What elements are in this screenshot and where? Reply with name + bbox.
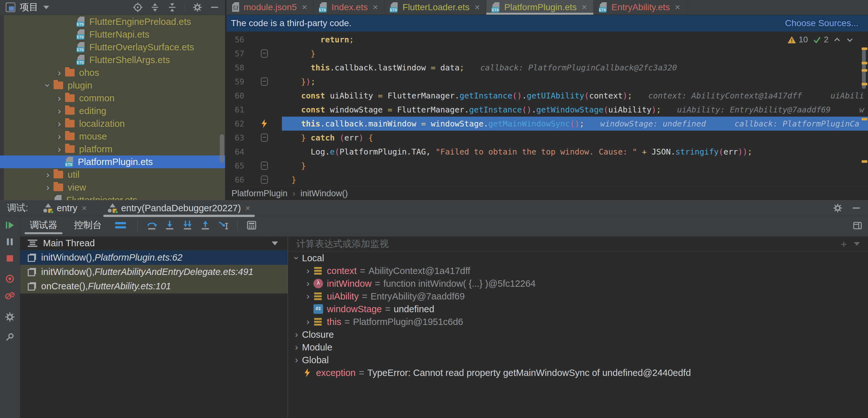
collapse-all-icon[interactable]	[167, 3, 177, 12]
threads-view-icon[interactable]	[115, 221, 126, 230]
tab-module-json5[interactable]: module.json5	[226, 0, 314, 15]
error-stripe-mark[interactable]	[862, 47, 867, 50]
error-stripe-mark[interactable]	[862, 118, 867, 120]
code-line-62[interactable]: 62 this.callback.mainWindow = windowStag…	[226, 116, 868, 131]
prev-problem-icon[interactable]	[833, 36, 841, 44]
gear-icon[interactable]	[833, 203, 842, 213]
chevron-collapsed-icon[interactable]: ›	[54, 131, 65, 142]
step-into-button[interactable]	[164, 220, 175, 231]
tree-item-flutternapi-ets[interactable]: FlutterNapi.ets	[0, 28, 225, 41]
chevron-collapsed-icon[interactable]: ›	[54, 143, 65, 155]
variables-group-module[interactable]: ›Module	[288, 341, 868, 354]
error-stripe-mark[interactable]	[862, 62, 867, 64]
tree-item-flutterinjector-ets[interactable]: FlutterInjector.ets	[0, 194, 225, 200]
error-stripe-mark[interactable]	[862, 160, 867, 163]
tree-item-util[interactable]: ›util	[0, 168, 225, 181]
tab-index-ets[interactable]: Index.ets	[314, 0, 385, 15]
gutter[interactable]: 66	[226, 173, 282, 186]
code-line-61[interactable]: 61 const windowStage = FlutterManager.ge…	[226, 103, 868, 116]
gutter[interactable]: 60	[226, 89, 282, 103]
chevron-collapsed-icon[interactable]: ›	[54, 67, 65, 78]
close-icon[interactable]	[245, 203, 250, 213]
chevron-collapsed-icon[interactable]: ›	[54, 105, 65, 116]
pin-tab-icon[interactable]	[5, 332, 15, 343]
tree-item-platformplugin-ets[interactable]: PlatformPlugin.ets	[0, 155, 225, 168]
variable-row-uiAbility[interactable]: ›uiAbility=EntryAbility@7aaddf69	[288, 290, 868, 303]
variable-row-this[interactable]: ›this=PlatformPlugin@1951c6d6	[288, 315, 868, 328]
tree-item-view[interactable]: ›view	[0, 181, 225, 194]
chevron-expanded-icon[interactable]: ›	[42, 80, 54, 91]
gutter[interactable]: 57	[226, 46, 282, 61]
code-line-65[interactable]: 65 }	[226, 159, 868, 173]
gutter[interactable]: 62	[226, 116, 282, 131]
chevron-collapsed-icon[interactable]: ›	[54, 118, 65, 129]
gutter[interactable]: 59	[226, 75, 282, 89]
mute-breakpoints-button[interactable]	[5, 291, 15, 301]
chevron-collapsed-icon[interactable]: ›	[291, 342, 302, 352]
gutter[interactable]: 65	[226, 159, 282, 173]
tab-platformplugin-ets[interactable]: PlatformPlugin.ets	[486, 0, 593, 15]
tree-item-common[interactable]: ›common	[0, 92, 225, 104]
tree-item-ohos[interactable]: ›ohos	[0, 66, 225, 79]
variable-row-windowStage[interactable]: ›windowStage=undefined	[288, 303, 868, 315]
watch-input[interactable]: 计算表达式或添加监视 +	[288, 236, 868, 252]
code-line-58[interactable]: 58 this.callback.lastWindow = data;callb…	[226, 61, 868, 75]
tree-item-plugin[interactable]: ›plugin	[0, 79, 225, 92]
chevron-collapsed-icon[interactable]: ›	[42, 182, 54, 193]
chevron-collapsed-icon[interactable]: ›	[303, 266, 313, 276]
layout-settings-icon[interactable]	[853, 221, 862, 230]
view-tab-控制台[interactable]: 控制台	[67, 216, 109, 234]
step-out-button[interactable]	[200, 220, 211, 231]
chevron-collapsed-icon[interactable]: ›	[303, 291, 313, 302]
code-line-63[interactable]: 63 } catch (err) {	[226, 131, 868, 145]
session-tab-entry-pandadebugger20227-[interactable]: entry(PandaDebugger20227)	[102, 200, 256, 216]
variable-row-initWindow[interactable]: ›initWindow=function initWindow( {...} )…	[288, 277, 868, 290]
view-breakpoints-button[interactable]	[5, 274, 15, 284]
evaluate-expression-button[interactable]	[246, 220, 257, 231]
breadcrumb-item[interactable]: PlatformPlugin	[231, 188, 288, 199]
fold-marker-icon[interactable]	[261, 162, 268, 170]
tab-flutterloader-ets[interactable]: FlutterLoader.ets	[384, 0, 486, 15]
view-tab-调试器[interactable]: 调试器	[23, 216, 64, 234]
tree-item-mouse[interactable]: ›mouse	[0, 130, 225, 143]
error-stripe-mark[interactable]	[862, 69, 867, 72]
close-icon[interactable]	[674, 2, 681, 12]
chevron-collapsed-icon[interactable]: ›	[42, 169, 54, 180]
variable-row-context[interactable]: ›context=AbilityContext@1a417dff	[288, 265, 868, 277]
code-area[interactable]: 56 return;57 }58 this.callback.lastWindo…	[226, 32, 868, 186]
step-over-button[interactable]	[146, 220, 157, 231]
close-icon[interactable]	[82, 203, 87, 213]
code-line-59[interactable]: 59 });	[226, 75, 868, 89]
stop-button[interactable]	[5, 253, 15, 264]
chevron-down-icon[interactable]	[43, 6, 49, 9]
tab-entryability-ets[interactable]: EntryAbility.ets	[594, 0, 687, 15]
fold-marker-icon[interactable]	[261, 134, 268, 142]
chevron-down-icon[interactable]	[854, 242, 860, 246]
chevron-collapsed-icon[interactable]: ›	[291, 355, 302, 365]
breadcrumb-item[interactable]: initWindow()	[300, 188, 348, 199]
close-icon[interactable]	[581, 2, 588, 12]
frame-row[interactable]: onCreate(), FlutterAbility.ets:101	[20, 279, 288, 293]
pause-button[interactable]	[5, 237, 15, 247]
gutter[interactable]: 61	[226, 103, 282, 116]
variables-group-closure[interactable]: ›Closure	[288, 328, 868, 341]
variables-group-local[interactable]: ›Local	[288, 252, 868, 265]
fold-marker-icon[interactable]	[261, 176, 268, 184]
chevron-collapsed-icon[interactable]: ›	[303, 278, 313, 289]
session-tab-entry[interactable]: entry	[38, 200, 92, 216]
frame-row[interactable]: initWindow(), PlatformPlugin.ets:62	[20, 250, 288, 265]
tree-item-editing[interactable]: ›editing	[0, 104, 225, 117]
tree-item-flutteroverlaysurface-ets[interactable]: FlutterOverlaySurface.ets	[0, 41, 225, 54]
frame-row[interactable]: initWindow(), FlutterAbilityAndEntryDele…	[20, 265, 288, 279]
gutter[interactable]: 64	[226, 145, 282, 159]
inspections-widget[interactable]: 10 2	[787, 35, 854, 45]
add-watch-icon[interactable]: +	[841, 239, 847, 249]
hide-panel-icon[interactable]	[210, 3, 219, 12]
next-problem-icon[interactable]	[846, 36, 854, 44]
force-step-into-button[interactable]	[182, 220, 193, 231]
variable-row-exception[interactable]: exception=TypeError: Cannot read propert…	[288, 367, 868, 379]
gutter[interactable]: 58	[226, 61, 282, 75]
expand-all-icon[interactable]	[150, 3, 160, 12]
run-to-cursor-button[interactable]	[218, 220, 229, 231]
tree-item-fluttershellargs-ets[interactable]: FlutterShellArgs.ets	[0, 54, 225, 66]
